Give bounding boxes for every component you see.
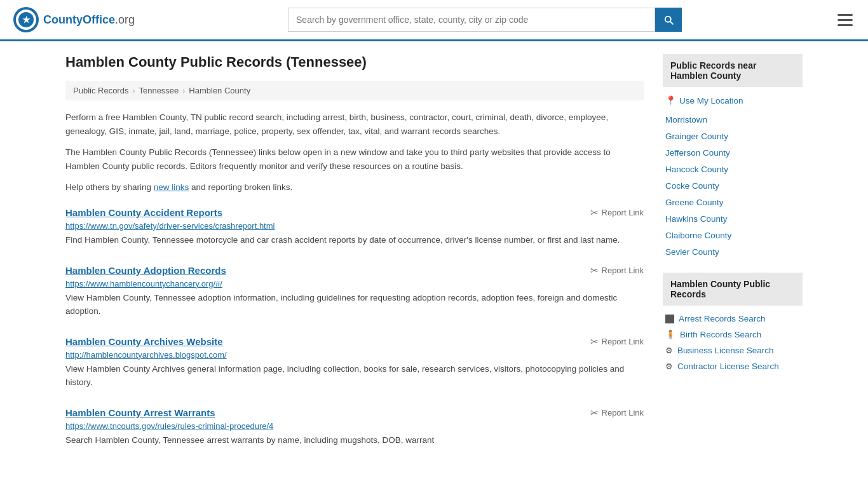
record-url-3[interactable]: https://www.tncourts.gov/rules/rules-cri…	[65, 421, 644, 431]
nearby-links-list: Morristown Grainger County Jefferson Cou…	[663, 111, 803, 260]
breadcrumb: Public Records › Tennessee › Hamblen Cou…	[65, 81, 644, 100]
report-link-btn-2[interactable]: ✂ Report Link	[590, 336, 644, 348]
report-link-btn-3[interactable]: ✂ Report Link	[590, 407, 644, 419]
record-url-2[interactable]: http://hamblencountyarchives.blogspot.co…	[65, 350, 644, 360]
records-list: Hamblen County Accident Reports ✂ Report…	[65, 207, 644, 447]
report-link-label-3: Report Link	[602, 408, 644, 417]
arrest-icon	[665, 315, 674, 323]
record-desc-3: Search Hamblen County, Tennessee arrest …	[65, 434, 644, 447]
nearby-link-0: Morristown	[663, 111, 803, 128]
breadcrumb-tennessee[interactable]: Tennessee	[139, 86, 179, 95]
nearby-link-morristown[interactable]: Morristown	[665, 115, 707, 125]
public-records-list: Arrest Records Search 🧍 Birth Records Se…	[663, 311, 803, 374]
use-location-row: 📍 Use My Location	[663, 92, 803, 109]
menu-bar-1	[837, 14, 853, 16]
main-container: Hamblen County Public Records (Tennessee…	[53, 41, 815, 478]
nearby-link-grainger[interactable]: Grainger County	[665, 132, 728, 141]
crosshair-icon-0: ✂	[590, 207, 599, 219]
nearby-link-5: Greene County	[663, 194, 803, 210]
public-records-section-title: Hamblen County Public Records	[663, 273, 803, 306]
nearby-link-greene[interactable]: Greene County	[665, 198, 724, 207]
record-url-0[interactable]: https://www.tn.gov/safety/driver-service…	[65, 221, 644, 231]
content-area: Hamblen County Public Records (Tennessee…	[65, 54, 644, 465]
crosshair-icon-3: ✂	[590, 407, 599, 419]
record-entry-3: Hamblen County Arrest Warrants ✂ Report …	[65, 407, 644, 447]
record-title-3[interactable]: Hamblen County Arrest Warrants	[65, 407, 215, 418]
breadcrumb-current: Hamblen County	[189, 86, 250, 95]
record-desc-0: Find Hamblen County, Tennessee motorcycl…	[65, 234, 644, 247]
contractor-license-link[interactable]: Contractor License Search	[677, 362, 779, 371]
page-title: Hamblen County Public Records (Tennessee…	[65, 54, 644, 71]
report-link-btn-1[interactable]: ✂ Report Link	[590, 265, 644, 276]
description-area: Perform a free Hamblen County, TN public…	[65, 111, 644, 194]
nearby-link-claiborne[interactable]: Claiborne County	[665, 231, 731, 240]
search-input[interactable]	[288, 8, 655, 32]
location-pin-icon: 📍	[665, 95, 676, 105]
description-para1: Perform a free Hamblen County, TN public…	[65, 111, 644, 138]
crosshair-icon-2: ✂	[590, 336, 599, 348]
nearby-link-1: Grainger County	[663, 128, 803, 144]
description-para2: The Hamblen County Public Records (Tenne…	[65, 146, 644, 173]
record-title-1[interactable]: Hamblen County Adoption Records	[65, 265, 226, 276]
logo-area: ★ CountyOffice.org	[13, 6, 135, 33]
report-link-label-0: Report Link	[602, 208, 644, 217]
record-desc-1: View Hamblen County, Tennessee adoption …	[65, 292, 644, 318]
record-entry-0: Hamblen County Accident Reports ✂ Report…	[65, 207, 644, 247]
record-header-0: Hamblen County Accident Reports ✂ Report…	[65, 207, 644, 219]
public-record-item-0: Arrest Records Search	[663, 311, 803, 327]
breadcrumb-sep-2: ›	[182, 86, 185, 95]
menu-bar-2	[837, 19, 853, 21]
record-header-2: Hamblen County Archives Website ✂ Report…	[65, 336, 644, 348]
new-links-link[interactable]: new links	[154, 182, 189, 192]
arrest-records-link[interactable]: Arrest Records Search	[679, 314, 766, 323]
sidebar: Public Records near Hamblen County 📍 Use…	[663, 54, 803, 465]
nearby-link-4: Cocke County	[663, 177, 803, 194]
contractor-license-icon: ⚙	[665, 362, 673, 371]
record-header-1: Hamblen County Adoption Records ✂ Report…	[65, 265, 644, 276]
record-entry-1: Hamblen County Adoption Records ✂ Report…	[65, 265, 644, 318]
record-title-0[interactable]: Hamblen County Accident Reports	[65, 207, 222, 218]
crosshair-icon-1: ✂	[590, 265, 599, 276]
nearby-link-8: Sevier County	[663, 243, 803, 260]
breadcrumb-sep-1: ›	[132, 86, 135, 95]
record-url-1[interactable]: https://www.hamblencountychancery.org/#/	[65, 279, 644, 288]
use-location-link[interactable]: Use My Location	[679, 96, 743, 105]
record-entry-2: Hamblen County Archives Website ✂ Report…	[65, 336, 644, 390]
breadcrumb-public-records[interactable]: Public Records	[73, 86, 128, 95]
record-title-2[interactable]: Hamblen County Archives Website	[65, 336, 223, 347]
header: ★ CountyOffice.org	[0, 0, 868, 41]
report-link-btn-0[interactable]: ✂ Report Link	[590, 207, 644, 219]
public-record-item-1: 🧍 Birth Records Search	[663, 327, 803, 342]
nearby-link-hancock[interactable]: Hancock County	[665, 165, 728, 174]
nav-menu-button[interactable]	[835, 11, 855, 29]
report-link-label-1: Report Link	[602, 266, 644, 275]
business-license-icon: ⚙	[665, 346, 673, 355]
description-para3-suffix: and reporting broken links.	[189, 182, 292, 192]
menu-bar-3	[837, 24, 853, 26]
nearby-link-hawkins[interactable]: Hawkins County	[665, 214, 728, 224]
description-para3: Help others by sharing new links and rep…	[65, 180, 644, 194]
nearby-link-7: Claiborne County	[663, 227, 803, 243]
nearby-link-sevier[interactable]: Sevier County	[665, 247, 719, 257]
search-button[interactable]	[655, 8, 682, 32]
record-header-3: Hamblen County Arrest Warrants ✂ Report …	[65, 407, 644, 419]
logo-text: CountyOffice.org	[43, 13, 135, 27]
nearby-section-title: Public Records near Hamblen County	[663, 54, 803, 87]
public-record-item-2: ⚙ Business License Search	[663, 342, 803, 358]
nearby-link-2: Jefferson County	[663, 144, 803, 161]
logo-icon: ★	[13, 6, 39, 33]
birth-records-link[interactable]: Birth Records Search	[680, 330, 761, 339]
record-desc-2: View Hamblen County Archives general inf…	[65, 363, 644, 390]
nearby-link-3: Hancock County	[663, 161, 803, 177]
search-area	[288, 8, 682, 32]
birth-icon: 🧍	[665, 330, 675, 339]
nearby-link-jefferson[interactable]: Jefferson County	[665, 148, 730, 158]
public-record-item-3: ⚙ Contractor License Search	[663, 358, 803, 374]
svg-text:★: ★	[22, 15, 31, 25]
search-icon	[663, 14, 674, 25]
business-license-link[interactable]: Business License Search	[677, 346, 774, 355]
nearby-link-cocke[interactable]: Cocke County	[665, 181, 719, 191]
nearby-link-6: Hawkins County	[663, 210, 803, 227]
description-para3-prefix: Help others by sharing	[65, 182, 154, 192]
report-link-label-2: Report Link	[602, 337, 644, 346]
